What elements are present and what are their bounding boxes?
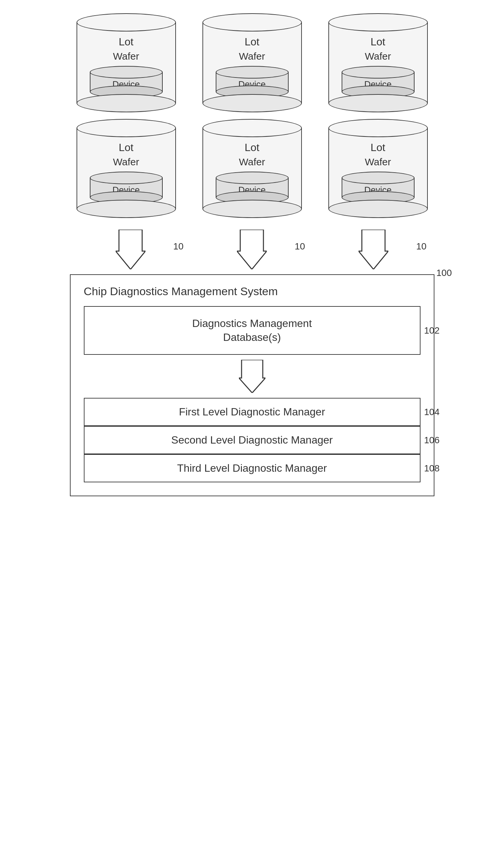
- system-title: Chip Diagnostics Management System: [84, 285, 420, 298]
- inner-cyl-4: Device: [90, 172, 163, 204]
- svg-marker-2: [358, 230, 388, 269]
- arrow-ref-2: 10: [295, 241, 305, 252]
- inner-cyl-1: Device: [90, 66, 163, 98]
- lot-label-4: Lot: [119, 141, 133, 154]
- inner-cyl-top-2: [216, 66, 289, 79]
- cyl-top-4: [77, 119, 176, 137]
- manager-row-3: Third Level Diagnostic Manager 108: [84, 454, 420, 482]
- wafer-label-5: Wafer: [239, 156, 265, 168]
- arrow-down-3: [358, 230, 388, 269]
- cyl-bottom-4: [77, 200, 176, 218]
- arrow-wrap-1: 10: [81, 230, 180, 269]
- manager-row-1: First Level Diagnostic Manager 104: [84, 398, 420, 426]
- cyl-bottom-1: [77, 94, 176, 112]
- cyl-top-3: [329, 13, 428, 32]
- lot-label-3: Lot: [370, 36, 385, 48]
- wafer-label-1: Wafer: [113, 51, 139, 62]
- cyl-body-5: Lot Wafer Device: [202, 128, 302, 209]
- cylinder-6: Lot Wafer Device: [322, 119, 434, 218]
- database-title: Diagnostics ManagementDatabase(s): [192, 317, 312, 343]
- cylinder-outer-4: Lot Wafer Device: [77, 119, 176, 218]
- wafer-label-6: Wafer: [365, 156, 391, 168]
- cylinder-1: Lot Wafer Device: [70, 13, 183, 112]
- arrow-down-2: [237, 230, 267, 269]
- cyl-bottom-5: [202, 200, 302, 218]
- inner-cyl-6: Device: [342, 172, 415, 204]
- cylinder-3: Lot Wafer Device: [322, 13, 434, 112]
- database-box: Diagnostics ManagementDatabase(s) 102: [84, 306, 420, 355]
- cylinders-row1: Lot Wafer Device Lot: [70, 13, 434, 112]
- third-level-manager-box: Third Level Diagnostic Manager 108: [84, 454, 420, 482]
- third-level-manager-ref: 108: [424, 463, 440, 474]
- wafer-label-3: Wafer: [365, 51, 391, 62]
- arrow-down-1: [116, 230, 146, 269]
- first-level-manager-title: First Level Diagnostic Manager: [179, 406, 325, 418]
- arrow-ref-3: 10: [416, 241, 426, 252]
- inner-cyl-top-1: [90, 66, 163, 79]
- cyl-body-1: Lot Wafer Device: [77, 22, 176, 103]
- cylinder-outer-5: Lot Wafer Device: [202, 119, 302, 218]
- second-level-manager-title: Second Level Diagnostic Manager: [171, 434, 333, 446]
- system-ref: 100: [436, 268, 452, 278]
- system-arrow: [84, 360, 420, 393]
- inner-cyl-top-5: [216, 172, 289, 184]
- cyl-body-6: Lot Wafer Device: [329, 128, 428, 209]
- inner-cyl-top-4: [90, 172, 163, 184]
- cyl-body-4: Lot Wafer Device: [77, 128, 176, 209]
- cyl-top-6: [329, 119, 428, 137]
- arrows-row: 10 10 10: [70, 230, 434, 269]
- cyl-top-1: [77, 13, 176, 32]
- cylinder-outer-1: Lot Wafer Device: [77, 13, 176, 112]
- wafer-label-4: Wafer: [113, 156, 139, 168]
- inner-cyl-top-6: [342, 172, 415, 184]
- svg-marker-0: [116, 230, 146, 269]
- cylinder-outer-6: Lot Wafer Device: [329, 119, 428, 218]
- wafer-label-2: Wafer: [239, 51, 265, 62]
- cyl-top-2: [202, 13, 302, 32]
- lot-label-1: Lot: [119, 36, 133, 48]
- managers-section: First Level Diagnostic Manager 104 Secon…: [84, 398, 420, 482]
- lot-label-6: Lot: [370, 141, 385, 154]
- first-level-manager-ref: 104: [424, 407, 440, 417]
- cylinder-4: Lot Wafer Device: [70, 119, 183, 218]
- cylinders-row2: Lot Wafer Device Lot: [70, 119, 434, 218]
- inner-cyl-top-3: [342, 66, 415, 79]
- cylinder-5: Lot Wafer Device: [196, 119, 308, 218]
- cyl-bottom-6: [329, 200, 428, 218]
- second-level-manager-box: Second Level Diagnostic Manager 106: [84, 426, 420, 454]
- lot-label-2: Lot: [245, 36, 259, 48]
- cyl-top-5: [202, 119, 302, 137]
- arrow-wrap-2: 10: [202, 230, 302, 269]
- database-ref: 102: [424, 325, 440, 336]
- cyl-body-3: Lot Wafer Device: [329, 22, 428, 103]
- cyl-body-2: Lot Wafer Device: [202, 22, 302, 103]
- system-box: 100 Chip Diagnostics Management System D…: [70, 274, 434, 496]
- manager-row-2: Second Level Diagnostic Manager 106: [84, 426, 420, 454]
- cylinder-outer-3: Lot Wafer Device: [329, 13, 428, 112]
- lot-label-5: Lot: [245, 141, 259, 154]
- cyl-bottom-2: [202, 94, 302, 112]
- second-level-manager-ref: 106: [424, 435, 440, 446]
- diagram-container: Lot Wafer Device Lot: [70, 13, 434, 496]
- cyl-bottom-3: [329, 94, 428, 112]
- inner-cyl-3: Device: [342, 66, 415, 98]
- cylinder-outer-2: Lot Wafer Device: [202, 13, 302, 112]
- first-level-manager-box: First Level Diagnostic Manager 104: [84, 398, 420, 426]
- svg-marker-1: [237, 230, 267, 269]
- arrow-wrap-3: 10: [324, 230, 423, 269]
- cylinder-2: Lot Wafer Device: [196, 13, 308, 112]
- third-level-manager-title: Third Level Diagnostic Manager: [177, 462, 327, 474]
- inner-cyl-2: Device: [216, 66, 289, 98]
- svg-marker-3: [239, 360, 265, 393]
- arrow-ref-1: 10: [173, 241, 184, 252]
- db-section: Diagnostics ManagementDatabase(s) 102: [84, 306, 420, 355]
- inner-cyl-5: Device: [216, 172, 289, 204]
